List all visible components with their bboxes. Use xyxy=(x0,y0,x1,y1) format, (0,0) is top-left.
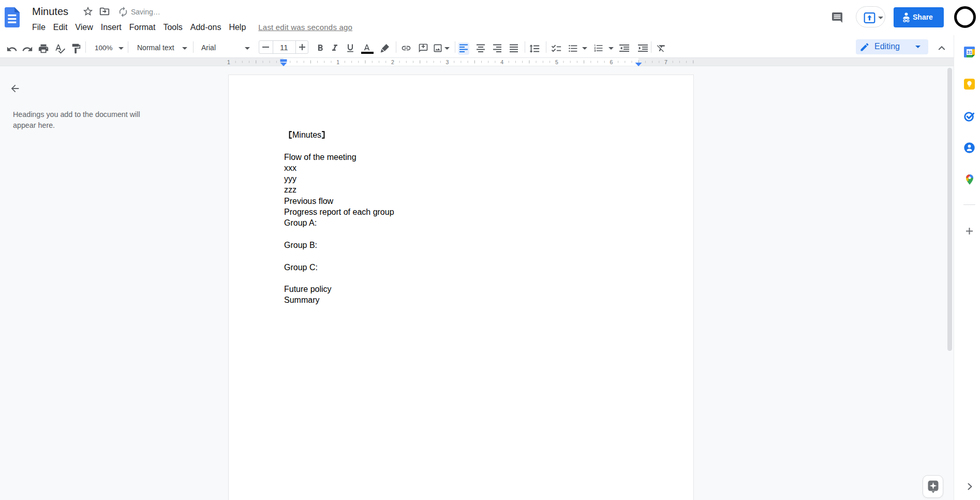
svg-text:1: 1 xyxy=(227,59,230,65)
svg-text:7: 7 xyxy=(664,59,667,65)
svg-text:4: 4 xyxy=(500,59,503,65)
svg-text:2: 2 xyxy=(391,59,394,65)
svg-text:1: 1 xyxy=(336,59,339,65)
svg-text:5: 5 xyxy=(555,59,558,65)
svg-text:3: 3 xyxy=(446,59,449,65)
svg-text:6: 6 xyxy=(610,59,613,65)
svg-text:31: 31 xyxy=(967,50,972,55)
